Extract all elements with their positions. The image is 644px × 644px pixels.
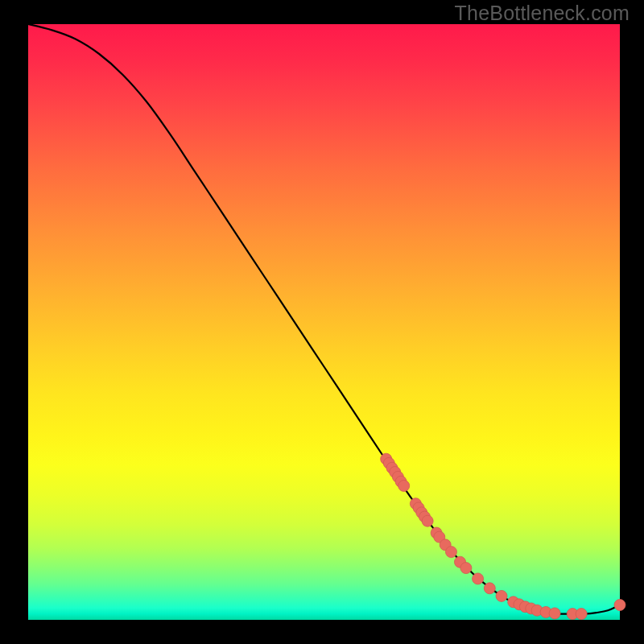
data-point <box>576 609 587 620</box>
watermark-text: TheBottleneck.com <box>455 2 630 25</box>
plot-area <box>28 24 620 620</box>
data-point <box>484 583 495 594</box>
data-point <box>446 547 457 558</box>
curve-markers <box>381 453 625 619</box>
data-point <box>496 590 507 601</box>
data-point <box>398 481 410 492</box>
chart-svg <box>28 24 620 620</box>
data-point <box>460 563 472 574</box>
data-point <box>614 600 625 611</box>
data-point <box>422 515 433 526</box>
data-point <box>473 573 484 584</box>
chart-frame: TheBottleneck.com <box>0 0 644 644</box>
data-point <box>549 608 560 619</box>
curve-line <box>28 24 620 614</box>
